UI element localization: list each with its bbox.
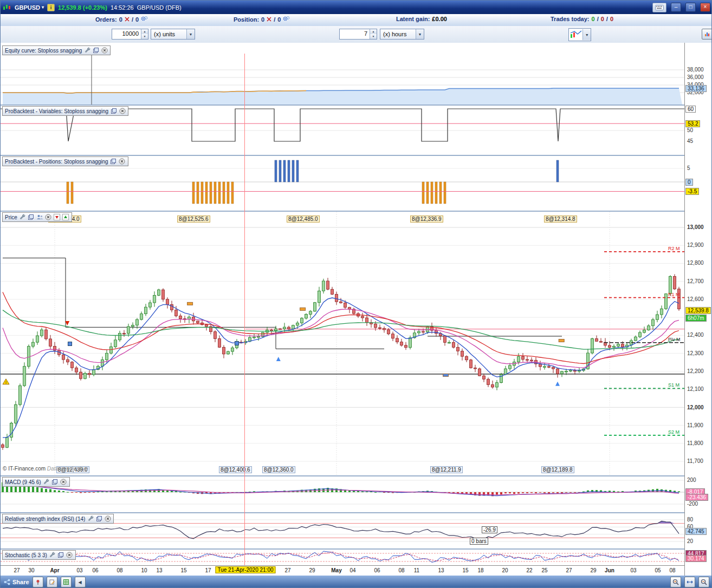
chevron-down-icon: ▾ [42, 5, 44, 10]
timeframe-up-button[interactable]: ▲ [370, 29, 377, 34]
timeframe-down-button[interactable]: ▼ [370, 34, 377, 39]
share-icon [4, 579, 10, 585]
price-axis-label: 12,600 [687, 296, 704, 303]
restore-window-icon[interactable] [110, 108, 117, 115]
scroll-left-button[interactable]: ◀ [75, 577, 86, 587]
timeframe-value[interactable]: 7 [340, 29, 370, 39]
position-settings-gear-icon[interactable] [283, 16, 290, 23]
price-axis-label: 13,000 [687, 224, 704, 231]
svg-text:R1 M: R1 M [668, 292, 680, 297]
wrench-icon[interactable] [19, 214, 26, 221]
price-value-badge: 6h07m [685, 315, 707, 322]
price-chart-canvas[interactable]: R2 MR1 MPiv MS1 MS2 M! [1, 212, 684, 475]
positions-panel-title: ProBacktest - Positions: Stoploss snaggi… [5, 159, 108, 165]
rsi-axis-label: 80 [687, 517, 693, 523]
timeframe-unit-dropdown[interactable]: (x) hours▼ [380, 29, 424, 40]
stochastic-chart-canvas[interactable] [1, 550, 684, 565]
positions-value-badge: 0 [685, 179, 693, 186]
wrench-icon[interactable] [43, 479, 50, 486]
time-axis-label: 08 [398, 567, 404, 573]
time-axis-label: 29 [309, 567, 315, 573]
variables-value-badge: 60 [685, 106, 696, 113]
cancel-orders-icon[interactable] [125, 16, 130, 23]
restore-window-icon[interactable] [57, 552, 64, 559]
trade-label: 8@12,336.9 [410, 215, 443, 223]
scroll-up-button[interactable] [702, 29, 712, 40]
buy-order-icon[interactable] [62, 214, 69, 221]
wrench-icon[interactable] [49, 552, 56, 559]
zoom-in-icon[interactable] [670, 577, 681, 587]
pin-icon[interactable] [33, 577, 43, 587]
time-axis-label: 13 [156, 567, 162, 573]
wrench-icon[interactable] [87, 515, 94, 522]
table-icon[interactable] [61, 577, 72, 587]
restore-window-icon[interactable] [28, 214, 35, 221]
close-icon[interactable] [104, 515, 111, 522]
macd-panel: MACD (9 45 6) [1, 476, 684, 512]
users-icon[interactable] [36, 214, 43, 221]
restore-window-icon[interactable] [51, 479, 59, 486]
position-summary: Position:0 /0 [234, 16, 290, 23]
close-icon[interactable] [66, 552, 73, 559]
time-axis-label: 20 [502, 567, 508, 573]
price-axis-label: 12,000 [687, 404, 704, 411]
close-icon[interactable] [45, 214, 52, 221]
last-price: 12,539.8 (+0.23%) [58, 4, 107, 11]
quantity-down-button[interactable]: ▼ [141, 34, 148, 39]
price-panel-header: Price [2, 212, 72, 222]
close-icon[interactable] [60, 479, 67, 486]
close-icon[interactable] [119, 158, 126, 165]
zoom-out-icon[interactable] [698, 577, 709, 587]
quantity-stepper[interactable]: 10000 ▲▼ [112, 29, 148, 40]
candlestick-chart-icon [3, 3, 11, 12]
price-axis-label: 12,200 [687, 368, 704, 375]
edit-note-icon[interactable] [47, 577, 57, 587]
positions-panel-header: ProBacktest - Positions: Stoploss snaggi… [2, 156, 128, 166]
macd-axis-label: 200 [687, 477, 696, 484]
symbol-selector[interactable]: GBPUSD▾ [15, 4, 44, 11]
close-button[interactable]: × [700, 3, 710, 12]
rsi-measure-value: -26.9 [482, 526, 497, 533]
timeframe-unit-value: (x) hours [383, 31, 406, 37]
trade-label: 8@12,360.0 [262, 466, 295, 473]
macd-chart-canvas[interactable] [1, 476, 684, 512]
positions-axis-label: 5 [687, 165, 690, 172]
symbol-name: GBPUSD [15, 4, 40, 11]
trade-label: 8@12,525.6 [177, 215, 210, 223]
trading-app-window: GBPUSD▾ i 12,539.8 (+0.23%) 14:52:26 GBP… [0, 0, 712, 588]
info-icon[interactable]: i [47, 4, 55, 11]
time-axis-label: 29 [590, 567, 596, 573]
time-axis-label: Apr [50, 567, 59, 573]
title-bar: GBPUSD▾ i 12,539.8 (+0.23%) 14:52:26 GBP… [1, 1, 712, 14]
restore-window-icon[interactable] [92, 47, 99, 54]
maximize-button[interactable]: □ [685, 3, 696, 12]
clock-time: 14:52:26 [111, 4, 134, 11]
chart-toolbar: 10000 ▲▼ (x) units▼ 7 ▲▼ (x) hours▼ ▼ [1, 26, 712, 43]
price-axis-label: 12,100 [687, 386, 704, 393]
quantity-value[interactable]: 10000 [112, 29, 141, 39]
pan-horizontal-icon[interactable] [684, 577, 695, 587]
quantity-up-button[interactable]: ▲ [141, 29, 148, 34]
price-axis-label: 12,400 [687, 332, 704, 338]
keyboard-icon[interactable] [652, 3, 666, 12]
price-axis-label: 12,700 [687, 278, 704, 285]
sell-order-icon[interactable] [54, 214, 61, 221]
close-position-icon[interactable] [267, 16, 271, 23]
wrench-icon[interactable] [83, 47, 90, 54]
share-button[interactable]: Share [4, 579, 29, 585]
time-axis-label: 05 [655, 567, 661, 573]
close-icon[interactable] [101, 47, 108, 54]
orders-settings-gear-icon[interactable] [141, 16, 148, 23]
restore-window-icon[interactable] [95, 515, 102, 522]
chevron-down-icon: ▼ [186, 29, 195, 39]
restore-window-icon[interactable] [110, 158, 117, 165]
minimize-button[interactable]: – [671, 3, 681, 12]
stoch-value-badge: 30.174 [685, 555, 707, 562]
timeframe-stepper[interactable]: 7 ▲▼ [339, 29, 377, 40]
chart-style-button[interactable]: ▼ [568, 28, 591, 41]
units-dropdown[interactable]: (x) units▼ [151, 29, 195, 40]
close-icon[interactable] [119, 108, 126, 115]
time-axis-label: May [331, 567, 341, 573]
equity-panel-title: Equity curve: Stoploss snagging [5, 48, 82, 54]
latent-gain: Latent gain:£0.00 [396, 16, 447, 22]
